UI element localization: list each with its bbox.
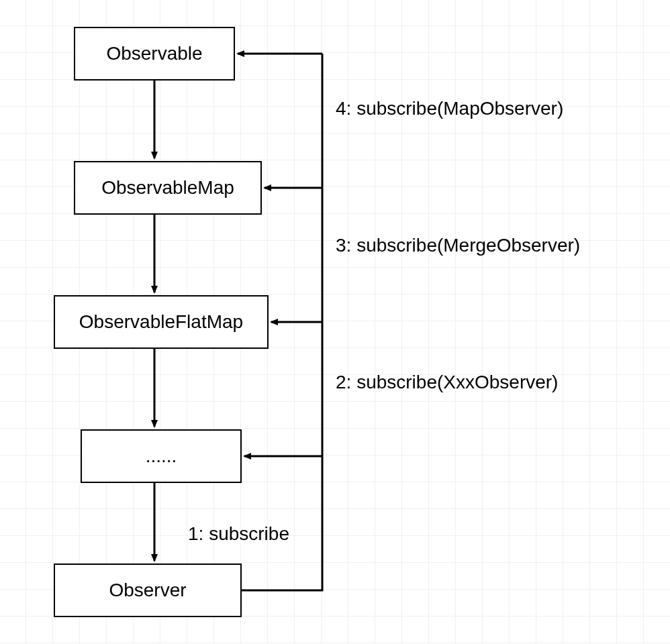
node-observable-flatmap-label: ObservableFlatMap — [79, 311, 243, 333]
node-observer: Observer — [54, 564, 242, 617]
node-ellipsis-label: ...... — [146, 445, 177, 467]
label-step2: 2: subscribe(XxxObserver) — [336, 372, 558, 393]
node-observable: Observable — [74, 27, 235, 80]
diagram-canvas: Observable ObservableMap ObservableFlatM… — [0, 0, 670, 644]
label-step3: 3: subscribe(MergeObserver) — [336, 235, 580, 256]
node-observable-flatmap: ObservableFlatMap — [54, 295, 269, 349]
label-step4: 4: subscribe(MapObserver) — [336, 98, 563, 119]
node-observable-map-label: ObservableMap — [101, 177, 234, 199]
node-ellipsis: ...... — [81, 429, 242, 483]
node-observable-label: Observable — [106, 43, 202, 64]
node-observable-map: ObservableMap — [74, 161, 262, 215]
label-step1: 1: subscribe — [188, 523, 289, 545]
node-observer-label: Observer — [109, 580, 186, 601]
